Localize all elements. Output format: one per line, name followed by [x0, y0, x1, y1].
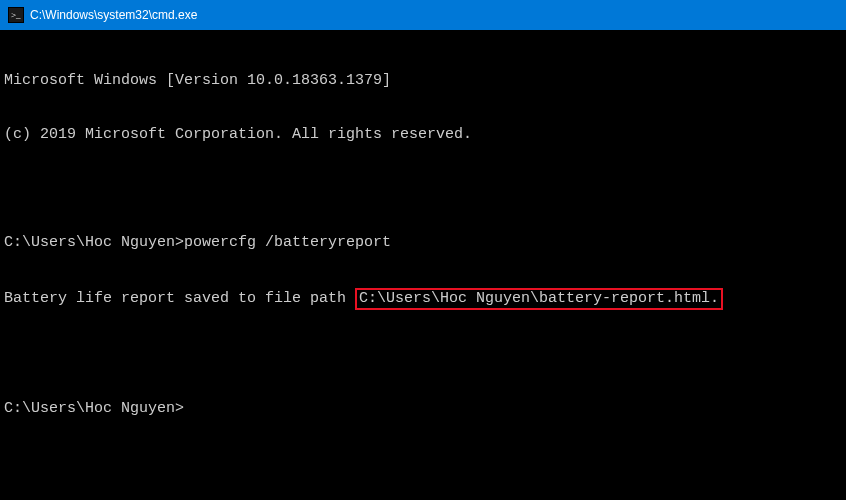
- output-highlighted-path: C:\Users\Hoc Nguyen\battery-report.html.: [355, 288, 723, 310]
- window-title: C:\Windows\system32\cmd.exe: [30, 8, 197, 22]
- current-prompt-line: C:\Users\Hoc Nguyen>: [4, 400, 842, 418]
- prompt-path: C:\Users\Hoc Nguyen>: [4, 400, 184, 418]
- blank-line: [4, 346, 842, 364]
- prompt-path: C:\Users\Hoc Nguyen>: [4, 234, 184, 251]
- console-output[interactable]: Microsoft Windows [Version 10.0.18363.13…: [0, 30, 846, 442]
- cmd-icon: >_: [8, 7, 24, 23]
- svg-text:>_: >_: [11, 10, 21, 20]
- command-text: powercfg /batteryreport: [184, 234, 391, 251]
- version-line: Microsoft Windows [Version 10.0.18363.13…: [4, 72, 842, 90]
- copyright-line: (c) 2019 Microsoft Corporation. All righ…: [4, 126, 842, 144]
- output-line: Battery life report saved to file path C…: [4, 288, 842, 310]
- output-prefix: Battery life report saved to file path: [4, 290, 355, 307]
- window-titlebar[interactable]: >_ C:\Windows\system32\cmd.exe: [0, 0, 846, 30]
- command-line: C:\Users\Hoc Nguyen>powercfg /batteryrep…: [4, 234, 842, 252]
- blank-line: [4, 180, 842, 198]
